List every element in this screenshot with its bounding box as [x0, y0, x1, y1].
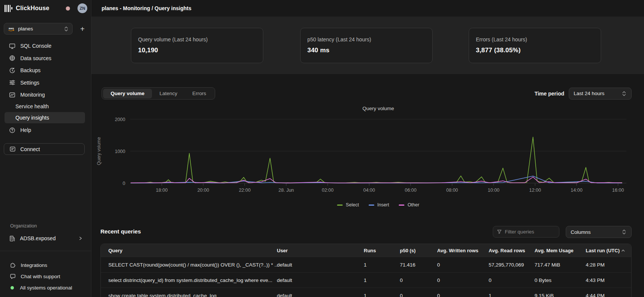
- svg-text:aws: aws: [9, 27, 14, 30]
- svg-text:04:00: 04:00: [363, 188, 375, 193]
- legend-item-other[interactable]: Other: [399, 202, 419, 208]
- monitoring-subnav: Service health Query insights: [5, 101, 85, 123]
- sidebar-item-chat-support[interactable]: Chat with support: [0, 271, 91, 282]
- updown-chevron-icon: [621, 229, 627, 235]
- svg-text:2000: 2000: [115, 117, 125, 122]
- monitoring-icon: [9, 92, 15, 98]
- column-header-avg-written[interactable]: Avg. Written rows: [437, 248, 489, 253]
- time-period-select[interactable]: Last 24 hours: [569, 88, 632, 100]
- sidebar-item-backups[interactable]: Backups: [0, 64, 91, 77]
- aws-icon: aws: [8, 26, 15, 32]
- chevron-right-icon: [78, 236, 83, 241]
- stats-band: Query volume (Last 24 hours) 10,190 p50 …: [91, 17, 644, 74]
- query-cell: show create table system.distributed_cac…: [101, 293, 277, 297]
- svg-text:1000: 1000: [115, 149, 125, 154]
- filter-queries-box: [493, 226, 559, 238]
- sidebar-nav: SQL Console Data sources Backups Setting…: [0, 40, 91, 101]
- chat-bubble-icon: [10, 273, 16, 279]
- table-row[interactable]: SELECT CAST(round(pow(count() / max(coun…: [101, 257, 631, 272]
- clickhouse-logo-icon: [5, 5, 12, 12]
- breadcrumb: planes - Monitoring / Query insights: [102, 5, 191, 11]
- add-service-button[interactable]: +: [77, 24, 87, 34]
- column-header-p50[interactable]: p50 (s): [400, 248, 437, 253]
- service-selector[interactable]: aws planes: [4, 23, 73, 35]
- app-title: ClickHouse: [16, 5, 49, 12]
- legend-item-select[interactable]: Select: [337, 202, 359, 208]
- recent-queries-title: Recent queries: [100, 228, 141, 235]
- chart-controls-row: Query volume Latency Errors Time period …: [102, 87, 632, 100]
- time-period-label: Time period: [535, 91, 564, 97]
- table-row[interactable]: select distrinct(query_id) from system.d…: [101, 272, 631, 288]
- sort-asc-icon: [621, 249, 625, 252]
- tab-latency[interactable]: Latency: [152, 89, 185, 98]
- column-header-user[interactable]: User: [277, 248, 364, 253]
- updown-chevron-icon: [64, 26, 69, 32]
- table-header-row: Query User Runs p50 (s) Avg. Written row…: [101, 244, 631, 257]
- svg-text:18:00: 18:00: [156, 188, 167, 193]
- query-volume-chart: 01000200018:0020:0022:0028. Jun02:0004:0…: [91, 111, 644, 198]
- tab-query-volume[interactable]: Query volume: [103, 89, 152, 98]
- column-header-avg-mem[interactable]: Avg. Mem Usage: [535, 248, 586, 253]
- column-header-runs[interactable]: Runs: [364, 248, 400, 253]
- recent-queries-header-row: Recent queries Columns: [100, 226, 632, 238]
- backups-icon: [9, 67, 15, 74]
- column-header-avg-read[interactable]: Avg. Read rows: [489, 248, 535, 253]
- svg-text:14:00: 14:00: [571, 188, 582, 193]
- svg-text:10:00: 10:00: [488, 188, 500, 193]
- insert-series-swatch: [369, 205, 374, 206]
- console-icon: [9, 43, 15, 49]
- help-icon: [9, 127, 15, 133]
- puzzle-icon: [10, 262, 16, 268]
- notification-dot-icon: [66, 6, 70, 11]
- query-cell: SELECT CAST(round(pow(count() / max(coun…: [101, 262, 277, 268]
- filter-queries-input[interactable]: [505, 229, 555, 235]
- funnel-icon: [497, 229, 502, 235]
- stat-card-p50-latency: p50 latency (Last 24 hours) 340 ms: [300, 28, 433, 63]
- sidebar-item-settings[interactable]: Settings: [0, 77, 91, 89]
- legend-item-insert[interactable]: Insert: [369, 202, 389, 208]
- columns-select[interactable]: Columns: [566, 226, 632, 238]
- sidebar-item-help[interactable]: Help: [0, 124, 91, 136]
- app-root: ClickHouse ZN aws planes +: [0, 0, 644, 297]
- sidebar: ClickHouse ZN aws planes +: [0, 0, 91, 297]
- time-period-control: Time period Last 24 hours: [535, 87, 632, 100]
- stat-card-errors: Errors (Last 24 hours) 3,877 (38.05%): [469, 28, 601, 63]
- table-row[interactable]: show create table system.distributed_cac…: [101, 288, 631, 297]
- logo-row: ClickHouse ZN: [5, 3, 87, 13]
- sidebar-item-service-health[interactable]: Service health: [5, 101, 85, 112]
- chart-tabs: Query volume Latency Errors: [102, 87, 215, 100]
- svg-text:06:00: 06:00: [405, 188, 416, 193]
- status-ok-icon: [11, 286, 14, 289]
- help-section: Help: [0, 124, 91, 136]
- organization-switcher[interactable]: ADSB.exposed: [4, 233, 87, 244]
- column-header-query[interactable]: Query: [101, 248, 277, 253]
- sidebar-item-sql-console[interactable]: SQL Console: [0, 40, 91, 52]
- sidebar-item-monitoring[interactable]: Monitoring: [0, 89, 91, 101]
- select-series-swatch: [337, 205, 343, 206]
- page-header: planes - Monitoring / Query insights: [91, 0, 644, 17]
- svg-text:12:00: 12:00: [529, 188, 541, 193]
- sidebar-item-data-sources[interactable]: Data sources: [0, 52, 91, 65]
- stat-card-query-volume: Query volume (Last 24 hours) 10,190: [131, 28, 263, 63]
- service-selector-row: aws planes +: [4, 23, 87, 35]
- organization-name: ADSB.exposed: [20, 235, 56, 241]
- svg-text:08:00: 08:00: [446, 188, 458, 193]
- tab-errors[interactable]: Errors: [185, 89, 214, 98]
- settings-sliders-icon: [9, 79, 15, 86]
- main-content: planes - Monitoring / Query insights Que…: [91, 0, 644, 297]
- svg-text:16:00: 16:00: [612, 188, 624, 193]
- system-status[interactable]: All systems operational: [0, 282, 91, 293]
- svg-text:0: 0: [123, 181, 125, 186]
- column-header-last-run[interactable]: Last run (UTC): [586, 248, 631, 253]
- svg-text:Query volume: Query volume: [96, 137, 102, 165]
- sidebar-item-query-insights[interactable]: Query insights: [5, 112, 85, 123]
- data-sources-icon: [9, 55, 15, 61]
- other-series-swatch: [399, 205, 404, 206]
- connect-icon: [9, 146, 16, 152]
- recent-queries-table: Query User Runs p50 (s) Avg. Written row…: [100, 244, 632, 297]
- svg-text:20:00: 20:00: [197, 188, 209, 193]
- avatar[interactable]: ZN: [77, 3, 87, 13]
- organization-section-label: Organization: [10, 223, 37, 229]
- sidebar-item-integrations[interactable]: Integrations: [0, 259, 91, 271]
- connect-button[interactable]: Connect: [4, 143, 85, 155]
